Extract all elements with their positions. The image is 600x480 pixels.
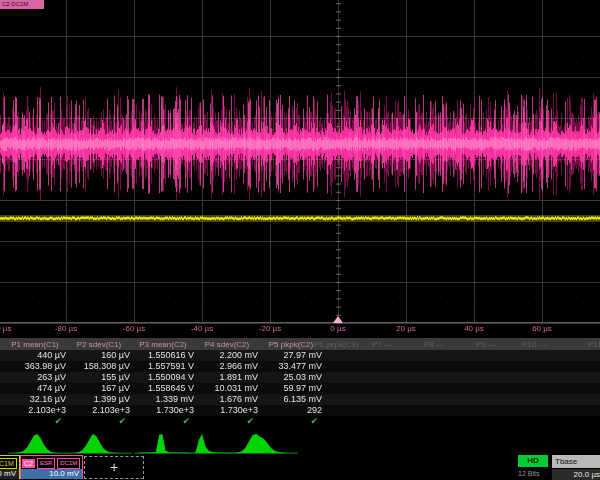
channel-descriptor-c2[interactable]: C2 ESR DC1M 10.0 mV xyxy=(20,455,83,479)
measurement-value: 32.16 µV xyxy=(4,394,66,405)
measurement-value: 1.339 mV xyxy=(132,394,194,405)
c2-label: C2 xyxy=(22,459,35,468)
measurement-status-check: ✔ xyxy=(4,416,62,427)
histicon[interactable] xyxy=(70,434,126,453)
hd-bits-label: 12 Bits xyxy=(518,470,539,477)
c1-vertical-scale: 10.0 mV xyxy=(0,469,19,479)
histicon[interactable] xyxy=(12,434,66,453)
time-axis-label: 20 µs xyxy=(396,324,416,333)
measurement-header-disabled[interactable]: P7 --- xyxy=(372,340,428,350)
measurement-value: 292 xyxy=(260,405,322,416)
measurement-value: 440 µV xyxy=(4,350,66,361)
measurement-value: 2.103e+3 xyxy=(68,405,130,416)
measurement-value: 2.966 mV xyxy=(196,361,258,372)
measurement-value: 1.558645 V xyxy=(132,383,194,394)
measurement-header[interactable]: P4 sdev(C2) xyxy=(196,340,258,350)
measurement-header[interactable]: P3 mean(C2) xyxy=(132,340,194,350)
c2-vertical-scale: 10.0 mV xyxy=(21,469,82,479)
trigger-position-marker[interactable] xyxy=(333,316,343,323)
timebase-scale-value: 20.0 µs xyxy=(552,469,600,480)
c2-coupling-badge: DC1M xyxy=(57,458,80,469)
measurement-value: 363.98 µV xyxy=(4,361,66,372)
time-axis-label: -100 µs xyxy=(0,324,11,333)
channel-descriptor-c1[interactable]: C1 DC1M 10.0 mV xyxy=(0,455,20,479)
histicon-strip[interactable] xyxy=(0,430,600,456)
histicon[interactable] xyxy=(194,434,246,453)
measurement-header-disabled[interactable]: P10 --- xyxy=(522,340,578,350)
time-axis-label: -20 µs xyxy=(259,324,281,333)
measurement-value: 1.891 mV xyxy=(196,372,258,383)
measurement-status-check: ✔ xyxy=(132,416,190,427)
measurement-value: 10.031 mV xyxy=(196,383,258,394)
add-trace-button[interactable]: + xyxy=(84,456,144,479)
measurement-value: 160 µV xyxy=(68,350,130,361)
measurement-status-check: ✔ xyxy=(260,416,318,427)
measurement-header-disabled[interactable]: P8 --- xyxy=(424,340,480,350)
measurement-header-disabled[interactable]: P11 xyxy=(588,340,600,350)
measurement-value: 33.477 mV xyxy=(260,361,322,372)
time-axis-label: 40 µs xyxy=(464,324,484,333)
c1-coupling-badge: DC1M xyxy=(0,458,17,469)
oscilloscope-screen: C2 DC1M C1 DC1M 10.0 mV C2 ESR DC1M 10.0… xyxy=(0,0,600,480)
measurement-status-check: ✔ xyxy=(68,416,126,427)
measurement-value: 1.676 mV xyxy=(196,394,258,405)
measurement-header[interactable]: P5 pkpk(C2) xyxy=(260,340,322,350)
measurement-value: 474 µV xyxy=(4,383,66,394)
time-axis-label: -80 µs xyxy=(55,324,77,333)
measurement-header-disabled[interactable]: P6 pkpk(C3) xyxy=(314,340,370,350)
measurement-value: 167 µV xyxy=(68,383,130,394)
c2-esr-badge: ESR xyxy=(37,458,55,469)
time-axis-label: -60 µs xyxy=(123,324,145,333)
measurement-value: 59.97 mV xyxy=(260,383,322,394)
measurement-value: 2.200 mV xyxy=(196,350,258,361)
measurement-value: 2.103e+3 xyxy=(4,405,66,416)
measurement-status-check: ✔ xyxy=(196,416,254,427)
measurement-value: 1.550094 V xyxy=(132,372,194,383)
time-axis-label: 0 µs xyxy=(330,324,345,333)
measurement-header[interactable]: P1 mean(C1) xyxy=(4,340,66,350)
measurement-value: 263 µV xyxy=(4,372,66,383)
time-axis-label: 60 µs xyxy=(532,324,552,333)
measurement-value: 1.557591 V xyxy=(132,361,194,372)
histicon[interactable] xyxy=(232,434,292,453)
measurement-header[interactable]: P2 sdev(C1) xyxy=(68,340,130,350)
measurement-value: 1.730e+3 xyxy=(132,405,194,416)
measurement-value: 27.97 mV xyxy=(260,350,322,361)
measurement-value: 1.550616 V xyxy=(132,350,194,361)
active-trace-badge[interactable]: C2 DC1M xyxy=(0,0,44,9)
time-axis-label: -40 µs xyxy=(191,324,213,333)
measurement-value: 1.730e+3 xyxy=(196,405,258,416)
measurement-value: 158.308 µV xyxy=(68,361,130,372)
histicon[interactable] xyxy=(138,434,190,453)
timebase-descriptor[interactable]: Tbase xyxy=(552,455,600,468)
measurement-value: 25.03 mV xyxy=(260,372,322,383)
waveform-grid-display xyxy=(0,0,600,325)
measurement-value: 6.135 mV xyxy=(260,394,322,405)
measurement-value: 155 µV xyxy=(68,372,130,383)
hd-mode-badge[interactable]: HD xyxy=(518,455,548,467)
measurement-value: 1.399 µV xyxy=(68,394,130,405)
